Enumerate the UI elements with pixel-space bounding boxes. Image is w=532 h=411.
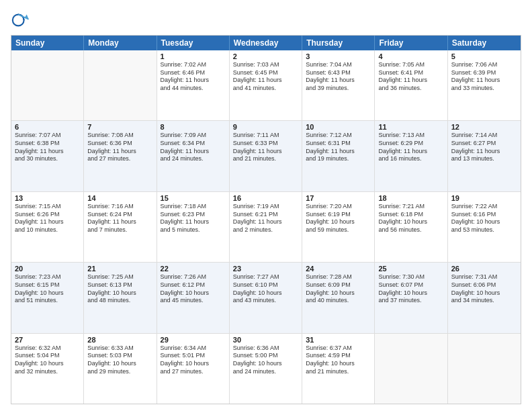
- cell-info-line: Sunset: 6:45 PM: [233, 69, 298, 77]
- calendar-cell: 2Sunrise: 7:03 AMSunset: 6:45 PMDaylight…: [230, 50, 302, 120]
- day-number: 12: [451, 123, 517, 131]
- calendar-cell: 4Sunrise: 7:05 AMSunset: 6:41 PMDaylight…: [375, 50, 447, 120]
- cell-info-line: Sunset: 4:59 PM: [306, 352, 371, 360]
- cell-info-line: Daylight: 11 hours: [161, 218, 226, 226]
- logo-icon: [11, 11, 30, 30]
- logo: [11, 11, 32, 30]
- cell-info-line: Daylight: 10 hours: [306, 289, 371, 298]
- calendar-cell: 10Sunrise: 7:12 AMSunset: 6:31 PMDayligh…: [302, 121, 375, 191]
- cell-info-line: and 27 minutes.: [87, 155, 152, 163]
- cell-info-line: Sunrise: 7:25 AM: [87, 273, 152, 281]
- cell-info-line: Sunrise: 7:28 AM: [306, 273, 371, 281]
- day-number: 31: [306, 336, 371, 344]
- calendar-row: 20Sunrise: 7:23 AMSunset: 6:15 PMDayligh…: [11, 262, 521, 332]
- cell-info-line: and 10 minutes.: [15, 226, 80, 234]
- day-number: 27: [15, 336, 80, 344]
- cell-info-line: Sunset: 6:31 PM: [306, 140, 371, 148]
- cell-info-line: Sunrise: 7:07 AM: [15, 132, 80, 140]
- cell-info-line: Sunset: 6:34 PM: [161, 140, 226, 148]
- cell-info-line: Sunset: 6:38 PM: [15, 140, 80, 148]
- day-number: 1: [161, 52, 226, 60]
- calendar-cell: 15Sunrise: 7:18 AMSunset: 6:23 PMDayligh…: [157, 192, 230, 262]
- weekday-header: Monday: [84, 36, 157, 50]
- cell-info-line: Sunrise: 7:03 AM: [233, 61, 298, 69]
- cell-info-line: and 16 minutes.: [378, 155, 443, 163]
- cell-info-line: Daylight: 11 hours: [451, 77, 517, 85]
- calendar-cell: 19Sunrise: 7:22 AMSunset: 6:16 PMDayligh…: [448, 192, 521, 262]
- cell-info-line: Sunset: 6:36 PM: [87, 140, 152, 148]
- cell-info-line: and 36 minutes.: [378, 85, 443, 93]
- calendar-cell: 8Sunrise: 7:09 AMSunset: 6:34 PMDaylight…: [157, 121, 230, 191]
- calendar-cell: [375, 334, 447, 404]
- calendar-cell: [11, 50, 84, 120]
- day-number: 14: [87, 194, 152, 202]
- cell-info-line: and 2 minutes.: [233, 226, 298, 234]
- cell-info-line: Daylight: 10 hours: [306, 218, 371, 226]
- cell-info-line: Sunrise: 7:04 AM: [306, 61, 371, 69]
- calendar-cell: [84, 50, 157, 120]
- calendar: SundayMondayTuesdayWednesdayThursdayFrid…: [11, 35, 521, 404]
- calendar-row: 6Sunrise: 7:07 AMSunset: 6:38 PMDaylight…: [11, 120, 521, 191]
- cell-info-line: Sunset: 6:06 PM: [451, 281, 517, 289]
- cell-info-line: Sunrise: 7:09 AM: [161, 132, 226, 140]
- cell-info-line: Sunset: 6:21 PM: [233, 211, 298, 219]
- day-number: 4: [378, 52, 443, 60]
- cell-info-line: Sunrise: 7:26 AM: [161, 273, 226, 281]
- calendar-cell: 23Sunrise: 7:27 AMSunset: 6:10 PMDayligh…: [230, 263, 302, 332]
- weekday-header: Friday: [375, 36, 447, 50]
- cell-info-line: and 59 minutes.: [306, 226, 371, 234]
- cell-info-line: and 40 minutes.: [306, 297, 371, 305]
- cell-info-line: Daylight: 10 hours: [451, 218, 517, 226]
- day-number: 30: [233, 336, 298, 344]
- cell-info-line: Sunrise: 7:30 AM: [378, 273, 443, 281]
- weekday-header: Sunday: [11, 36, 84, 50]
- cell-info-line: Daylight: 10 hours: [451, 289, 517, 298]
- day-number: 13: [15, 194, 80, 202]
- calendar-cell: 30Sunrise: 6:36 AMSunset: 5:00 PMDayligh…: [230, 334, 302, 404]
- cell-info-line: Sunset: 6:07 PM: [378, 281, 443, 289]
- cell-info-line: Sunset: 5:01 PM: [161, 352, 226, 360]
- cell-info-line: and 33 minutes.: [451, 85, 517, 93]
- cell-info-line: Sunrise: 7:08 AM: [87, 132, 152, 140]
- cell-info-line: Sunrise: 7:12 AM: [306, 132, 371, 140]
- day-number: 8: [161, 123, 226, 131]
- calendar-cell: 12Sunrise: 7:14 AMSunset: 6:27 PMDayligh…: [448, 121, 521, 191]
- day-number: 28: [87, 336, 152, 344]
- day-number: 10: [306, 123, 371, 131]
- day-number: 22: [161, 265, 226, 273]
- cell-info-line: Daylight: 10 hours: [15, 360, 80, 368]
- calendar-cell: 24Sunrise: 7:28 AMSunset: 6:09 PMDayligh…: [302, 263, 375, 332]
- cell-info-line: Sunset: 6:24 PM: [87, 211, 152, 219]
- cell-info-line: Daylight: 10 hours: [161, 289, 226, 298]
- calendar-cell: 20Sunrise: 7:23 AMSunset: 6:15 PMDayligh…: [11, 263, 84, 332]
- calendar-cell: 27Sunrise: 6:32 AMSunset: 5:04 PMDayligh…: [11, 334, 84, 404]
- day-number: 29: [161, 336, 226, 344]
- cell-info-line: Sunset: 6:41 PM: [378, 69, 443, 77]
- cell-info-line: and 5 minutes.: [161, 226, 226, 234]
- cell-info-line: Daylight: 11 hours: [15, 218, 80, 226]
- cell-info-line: Daylight: 10 hours: [233, 289, 298, 298]
- day-number: 9: [233, 123, 298, 131]
- calendar-cell: 16Sunrise: 7:19 AMSunset: 6:21 PMDayligh…: [230, 192, 302, 262]
- cell-info-line: Daylight: 11 hours: [306, 148, 371, 156]
- cell-info-line: and 24 minutes.: [233, 368, 298, 376]
- cell-info-line: and 51 minutes.: [15, 297, 80, 305]
- calendar-cell: 1Sunrise: 7:02 AMSunset: 6:46 PMDaylight…: [157, 50, 230, 120]
- cell-info-line: and 37 minutes.: [378, 297, 443, 305]
- cell-info-line: Sunrise: 7:13 AM: [378, 132, 443, 140]
- day-number: 21: [87, 265, 152, 273]
- cell-info-line: Sunrise: 6:34 AM: [161, 345, 226, 353]
- calendar-cell: 9Sunrise: 7:11 AMSunset: 6:33 PMDaylight…: [230, 121, 302, 191]
- cell-info-line: Sunset: 6:16 PM: [451, 211, 517, 219]
- cell-info-line: Sunrise: 7:02 AM: [161, 61, 226, 69]
- cell-info-line: Sunrise: 7:19 AM: [233, 203, 298, 211]
- cell-info-line: Daylight: 10 hours: [87, 289, 152, 298]
- weekday-header: Thursday: [302, 36, 375, 50]
- day-number: 16: [233, 194, 298, 202]
- day-number: 25: [378, 265, 443, 273]
- cell-info-line: and 13 minutes.: [451, 155, 517, 163]
- calendar-row: 1Sunrise: 7:02 AMSunset: 6:46 PMDaylight…: [11, 50, 521, 120]
- calendar-cell: 22Sunrise: 7:26 AMSunset: 6:12 PMDayligh…: [157, 263, 230, 332]
- calendar-cell: 5Sunrise: 7:06 AMSunset: 6:39 PMDaylight…: [448, 50, 521, 120]
- cell-info-line: Sunset: 5:03 PM: [87, 352, 152, 360]
